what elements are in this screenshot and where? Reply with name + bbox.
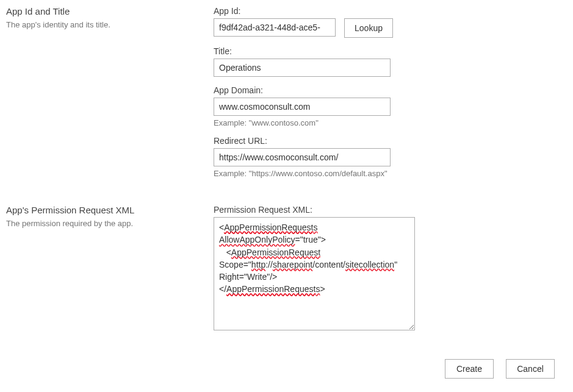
app-domain-input[interactable] [214, 98, 391, 116]
create-button[interactable]: Create [445, 359, 494, 379]
field-app-id: App Id: Lookup [214, 6, 567, 38]
section-app-id-title: App Id and Title The app's identity and … [6, 6, 567, 187]
section2-header-left: App's Permission Request XML The permiss… [6, 205, 214, 228]
permission-xml-label: Permission Request XML: [214, 205, 567, 215]
title-label: Title: [214, 46, 567, 56]
field-app-domain: App Domain: Example: "www.contoso.com" [214, 85, 567, 127]
cancel-button[interactable]: Cancel [506, 359, 555, 379]
redirect-url-label: Redirect URL: [214, 136, 567, 146]
title-input[interactable] [214, 59, 391, 77]
section-title: App Id and Title [6, 6, 201, 16]
redirect-url-input[interactable] [214, 148, 391, 166]
footer-buttons: Create Cancel [6, 359, 567, 379]
permission-xml-textarea[interactable] [214, 217, 415, 330]
section2-title: App's Permission Request XML [6, 205, 201, 215]
app-domain-label: App Domain: [214, 85, 567, 95]
section-fields-right: App Id: Lookup Title: App Domain: Exampl… [214, 6, 567, 187]
lookup-button[interactable]: Lookup [344, 18, 393, 38]
section-description: The app's identity and its title. [6, 20, 201, 29]
redirect-url-hint: Example: "https://www.contoso.com/defaul… [214, 169, 567, 178]
app-id-label: App Id: [214, 6, 567, 16]
field-permission-xml: Permission Request XML: <AppPermissionRe… [214, 205, 567, 332]
section-header-left: App Id and Title The app's identity and … [6, 6, 214, 29]
app-id-input[interactable] [214, 18, 336, 37]
field-redirect-url: Redirect URL: Example: "https://www.cont… [214, 136, 567, 178]
section2-fields-right: Permission Request XML: <AppPermissionRe… [214, 205, 567, 341]
app-domain-hint: Example: "www.contoso.com" [214, 118, 567, 127]
field-title: Title: [214, 46, 567, 77]
section-permission-xml: App's Permission Request XML The permiss… [6, 205, 567, 341]
section2-description: The permission required by the app. [6, 219, 201, 228]
